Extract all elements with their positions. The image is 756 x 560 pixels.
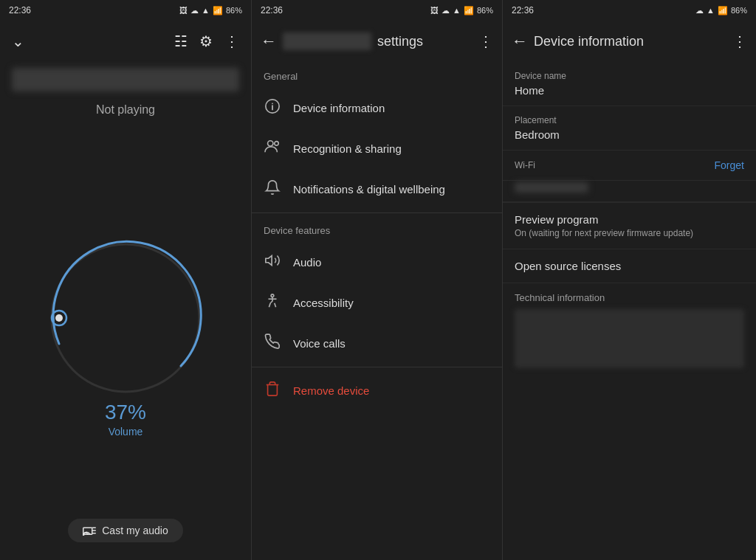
- settings-item-notifications[interactable]: Notifications & digital wellbeing: [252, 169, 502, 210]
- battery-s: 86%: [477, 6, 493, 15]
- cast-icon: [83, 525, 96, 536]
- device-info-label: Device information: [293, 102, 385, 114]
- settings-title: settings: [377, 34, 423, 49]
- settings-item-voice-calls[interactable]: Voice calls: [252, 323, 502, 364]
- battery-music: 86%: [226, 6, 242, 15]
- not-playing-label: Not playing: [0, 103, 251, 117]
- settings-icon-btn[interactable]: ⚙: [199, 32, 213, 50]
- accessibility-label: Accessibility: [293, 297, 354, 309]
- back-button-settings[interactable]: ←: [261, 32, 277, 51]
- equalizer-icon-btn[interactable]: ☷: [174, 32, 188, 50]
- time-device: 22:36: [512, 5, 534, 15]
- music-header: ⌄ ☷ ⚙ ⋮: [0, 21, 251, 62]
- wifi-network-name: [515, 182, 588, 193]
- header-title-area: settings: [283, 32, 472, 50]
- time-settings: 22:36: [261, 5, 283, 15]
- cast-btn-label: Cast my audio: [102, 525, 168, 536]
- wifi-row: Wi-Fi Forget: [503, 151, 756, 181]
- photo-icon: 🖼: [179, 6, 188, 15]
- status-bar-device: 22:36 ☁ ▲ 📶 86%: [503, 0, 756, 21]
- more-button-device[interactable]: ⋮: [732, 32, 747, 50]
- device-info-header: ← Device information ⋮: [503, 21, 756, 62]
- volume-text-overlay: 37% Volume: [105, 401, 146, 438]
- svg-marker-13: [266, 256, 272, 266]
- settings-item-recognition[interactable]: Recognition & sharing: [252, 128, 502, 169]
- header-icon-group: ☷ ⚙ ⋮: [174, 32, 239, 50]
- svg-point-0: [52, 244, 199, 392]
- volume-circle-container: 37% Volume: [0, 117, 251, 519]
- settings-item-remove[interactable]: Remove device: [252, 370, 502, 411]
- trash-icon: [264, 381, 281, 401]
- notifications-label: Notifications & digital wellbeing: [293, 183, 445, 196]
- settings-item-audio[interactable]: Audio: [252, 242, 502, 283]
- technical-info-section: Technical information: [503, 283, 756, 374]
- status-bar-music: 22:36 🖼 ☁ ▲ 📶 86%: [0, 0, 251, 21]
- chevron-down-btn[interactable]: ⌄: [12, 32, 24, 50]
- volume-label: Volume: [105, 426, 146, 438]
- voice-calls-label: Voice calls: [293, 337, 346, 350]
- volume-percent: 37%: [105, 401, 146, 424]
- forget-button[interactable]: Forget: [715, 159, 744, 171]
- status-icons-device: ☁ ▲ 📶 86%: [695, 6, 747, 15]
- wifi-label: Wi-Fi: [515, 160, 535, 170]
- cloud-icon: ☁: [190, 6, 199, 15]
- volume-knob-svg[interactable]: [37, 229, 214, 407]
- battery-d: 86%: [731, 6, 747, 15]
- open-source-label: Open source licenses: [515, 260, 744, 272]
- cloud-icon-s: ☁: [441, 6, 450, 15]
- cast-btn-container: Cast my audio: [0, 519, 251, 560]
- status-icons-settings: 🖼 ☁ ▲ 📶 86%: [430, 6, 493, 15]
- open-source-row[interactable]: Open source licenses: [503, 249, 756, 283]
- signal-icon-d: 📶: [718, 6, 728, 15]
- more-icon-btn-music[interactable]: ⋮: [224, 32, 239, 50]
- wifi-icon-music: ▲: [202, 6, 210, 15]
- svg-point-14: [271, 294, 274, 297]
- music-panel: 22:36 🖼 ☁ ▲ 📶 86% ⌄ ☷ ⚙ ⋮ Not playing: [0, 0, 251, 560]
- back-button-device[interactable]: ←: [512, 32, 528, 51]
- divider-1: [252, 212, 502, 213]
- time-music: 22:36: [9, 5, 31, 15]
- preview-program-value: On (waiting for next preview firmware up…: [515, 228, 744, 238]
- cast-audio-button[interactable]: Cast my audio: [68, 519, 182, 542]
- device-features-label: Device features: [252, 216, 502, 242]
- preview-program-row[interactable]: Preview program On (waiting for next pre…: [503, 203, 756, 249]
- device-info-panel: 22:36 ☁ ▲ 📶 86% ← Device information ⋮ D…: [502, 0, 756, 560]
- wifi-value-row: [503, 181, 756, 202]
- placement-label: Placement: [515, 115, 744, 125]
- device-info-title: Device information: [534, 34, 726, 49]
- cloud-icon-d: ☁: [695, 6, 704, 15]
- tech-info-title: Technical information: [515, 292, 744, 303]
- svg-point-2: [55, 314, 63, 322]
- accessibility-icon: [264, 293, 281, 313]
- svg-point-12: [275, 142, 279, 146]
- svg-point-4: [83, 533, 84, 535]
- placement-row: Placement Bedroom: [503, 106, 756, 151]
- photo-icon-s: 🖼: [430, 6, 439, 15]
- signal-icon-s: 📶: [464, 6, 474, 15]
- blurred-device-bar: [12, 68, 239, 91]
- svg-point-11: [268, 141, 273, 146]
- recognition-label: Recognition & sharing: [293, 142, 402, 155]
- settings-header: ← settings ⋮: [252, 21, 502, 62]
- blurred-app-title: [283, 32, 371, 50]
- phone-icon: [264, 333, 281, 353]
- audio-icon: [264, 252, 281, 272]
- tech-info-content: [515, 309, 744, 368]
- device-name-row: Device name Home: [503, 62, 756, 106]
- placement-value: Bedroom: [515, 128, 744, 141]
- settings-item-device-info[interactable]: Device information: [252, 88, 502, 128]
- signal-icon-music: 📶: [213, 6, 223, 15]
- wifi-section: Wi-Fi Forget: [503, 151, 756, 203]
- divider-2: [252, 367, 502, 367]
- wifi-icon-s: ▲: [453, 6, 461, 15]
- info-icon: [264, 98, 281, 118]
- settings-item-accessibility[interactable]: Accessibility: [252, 283, 502, 323]
- audio-label: Audio: [293, 256, 321, 269]
- settings-panel: 22:36 🖼 ☁ ▲ 📶 86% ← settings ⋮ General: [251, 0, 502, 560]
- status-bar-settings: 22:36 🖼 ☁ ▲ 📶 86%: [252, 0, 502, 21]
- device-name-value: Home: [515, 84, 744, 97]
- person-icon: [264, 139, 281, 159]
- general-section-label: General: [252, 62, 502, 88]
- preview-program-label: Preview program: [515, 213, 744, 226]
- more-button-settings[interactable]: ⋮: [478, 32, 493, 50]
